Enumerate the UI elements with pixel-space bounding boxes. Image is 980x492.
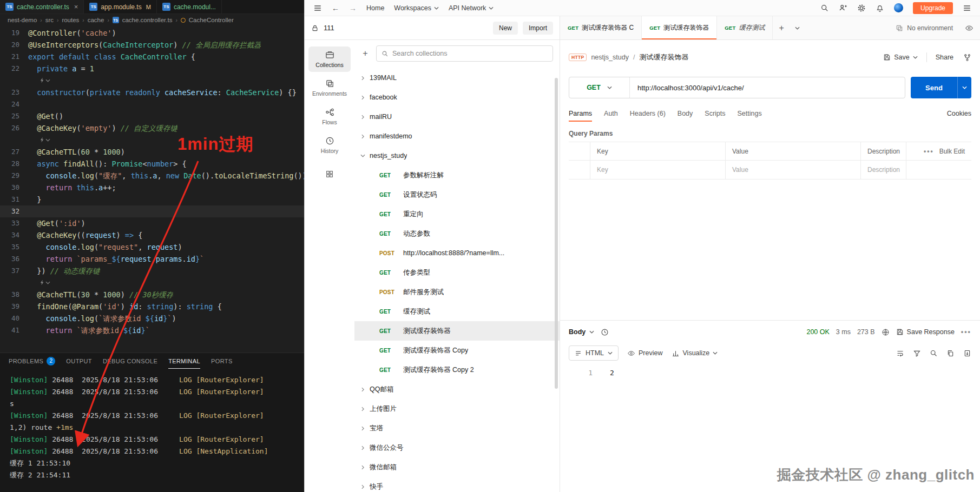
code-line[interactable]: 31 } [0, 194, 304, 205]
filter-icon[interactable] [913, 349, 921, 357]
preview-button[interactable]: Preview [627, 349, 662, 357]
search-collections-input[interactable] [392, 50, 548, 57]
value-input-cell[interactable]: Value [726, 161, 861, 179]
req-section-tab[interactable]: Settings [738, 103, 762, 124]
bulk-edit-link[interactable]: Bulk Edit [939, 148, 965, 155]
code-line[interactable] [0, 134, 304, 146]
code-editor[interactable]: 19@Controller('cache')20@UseInterceptors… [0, 26, 304, 353]
response-history-icon[interactable] [601, 328, 609, 336]
breadcrumb-item[interactable]: routes [62, 17, 79, 23]
collection-folder[interactable]: 宝塔 [354, 418, 560, 438]
rail-item-flows[interactable]: Flows [308, 104, 351, 129]
request-item[interactable]: GET动态参数 [354, 224, 560, 243]
save-options-chevron[interactable] [913, 56, 918, 59]
code-line[interactable]: 34 @CacheKey((request) => { [0, 229, 304, 241]
code-line[interactable]: 36 return `params_${request.params.id}` [0, 253, 304, 265]
visualize-button[interactable]: Visualize [672, 349, 718, 357]
code-line[interactable]: 26 @CacheKey('empty') // 自定义缓存键 [0, 122, 304, 134]
code-line[interactable]: 40 console.log(`请求参数id ${id}`) [0, 313, 304, 324]
sparkle-fold-icon[interactable] [40, 280, 50, 285]
breadcrumb-item[interactable]: cache [88, 17, 104, 23]
request-collection-crumb[interactable]: nestjs_study [591, 54, 628, 61]
rail-item-collections[interactable]: Collections [308, 46, 351, 72]
collection-folder[interactable]: 快手 [354, 477, 560, 492]
nav-home[interactable]: Home [366, 4, 384, 12]
cookies-link[interactable]: Cookies [947, 110, 971, 117]
code-line[interactable]: 29 console.log("缓存", this.a, new Date().… [0, 170, 304, 182]
request-item[interactable]: GET测试缓存装饰器 Copy [354, 341, 560, 360]
search-box[interactable] [376, 45, 553, 62]
notifications-bell-icon[interactable] [876, 4, 884, 12]
terminal-output[interactable]: [Winston] 26488 2025/8/18 21:53:06 LOG [… [0, 369, 304, 492]
panel-tab-terminal[interactable]: TERMINAL [168, 353, 200, 369]
tab-list-chevron[interactable] [790, 16, 805, 39]
collection-folder[interactable]: 139MAIL [354, 68, 560, 88]
req-section-tab[interactable]: Body [678, 103, 693, 124]
code-line[interactable]: 20@UseInterceptors(CacheInterceptor) // … [0, 39, 304, 51]
window-menu-icon[interactable] [963, 4, 971, 12]
code-line[interactable]: 39 findOne(@Param('id') id: string): str… [0, 301, 304, 313]
breadcrumb-item[interactable]: cache.controller.ts [122, 17, 173, 23]
request-item[interactable]: GET设置状态码 [354, 185, 560, 204]
row-select-cell[interactable] [569, 161, 590, 179]
code-line[interactable]: 35 console.log("request", request) [0, 241, 304, 253]
invite-user-icon[interactable] [839, 4, 847, 12]
editor-tab[interactable]: TSapp.module.tsM [84, 0, 157, 14]
collection-folder[interactable]: facebook [354, 88, 560, 107]
description-input-cell[interactable]: Description [861, 161, 906, 179]
code-line[interactable]: 23 constructor(private readonly cacheSer… [0, 87, 304, 98]
panel-tab-output[interactable]: OUTPUT [66, 353, 92, 369]
browser-profile-avatar[interactable] [894, 3, 903, 12]
req-section-tab[interactable]: Auth [604, 103, 618, 124]
new-button[interactable]: New [493, 22, 518, 35]
code-line[interactable] [0, 277, 304, 289]
req-section-tab[interactable]: Scripts [705, 103, 725, 124]
code-line[interactable]: 21export default class CacheController { [0, 51, 304, 63]
import-button[interactable]: Import [523, 22, 553, 35]
request-item[interactable]: GET参数解析注解 [354, 165, 560, 185]
request-tab[interactable]: GET缓存测试 [717, 16, 773, 39]
globe-icon[interactable] [882, 328, 890, 336]
settings-gear-icon[interactable] [857, 4, 866, 12]
environment-selector[interactable]: No environment [890, 16, 958, 39]
nav-api-network[interactable]: API Network [449, 4, 494, 12]
editor-tab[interactable]: TScache.modul... [157, 0, 222, 14]
key-input-cell[interactable]: Key [590, 161, 726, 179]
collection-folder[interactable]: QQ邮箱 [354, 380, 560, 399]
wrap-text-icon[interactable] [896, 349, 904, 357]
code-line[interactable]: 38 @CacheTTL(30 * 1000) // 30秒缓存 [0, 289, 304, 301]
search-icon[interactable] [820, 4, 829, 12]
response-body-dropdown[interactable]: Body [569, 328, 594, 336]
back-icon[interactable]: ← [332, 4, 339, 12]
code-line[interactable]: 41 return `请求参数id ${id}` [0, 324, 304, 336]
breadcrumb[interactable]: nest-demo›src›routes›cache›TScache.contr… [0, 14, 304, 26]
response-time[interactable]: 3 ms [836, 328, 851, 336]
editor-tab[interactable]: TScache.controller.ts× [0, 0, 84, 14]
code-line[interactable]: 22 private a = 1 [0, 63, 304, 75]
req-section-tab[interactable]: Params [569, 103, 592, 124]
request-item[interactable]: GET缓存测试 [354, 302, 560, 321]
app-menu-icon[interactable] [313, 4, 322, 12]
copy-icon[interactable] [946, 349, 955, 357]
code-line[interactable]: 24 [0, 98, 304, 110]
save-button[interactable]: Save [883, 54, 918, 61]
panel-tab-problems[interactable]: PROBLEMS2 [9, 353, 55, 369]
response-more-options-icon[interactable]: ••• [961, 328, 971, 336]
method-dropdown[interactable]: GET [569, 77, 630, 98]
url-field[interactable] [630, 77, 905, 98]
scroll-to-icon[interactable] [963, 349, 971, 357]
send-button[interactable]: Send [911, 77, 971, 98]
code-line[interactable] [0, 75, 304, 87]
nav-workspaces[interactable]: Workspaces [394, 4, 439, 12]
code-line[interactable]: 27 @CacheTTL(60 * 1000) [0, 146, 304, 158]
collection-folder[interactable]: 微信公众号 [354, 438, 560, 457]
panel-tab-debug-console[interactable]: DEBUG CONSOLE [103, 353, 157, 369]
save-response-button[interactable]: Save Response [896, 328, 955, 336]
request-tab[interactable]: GET测试缓存装饰器 [642, 16, 717, 39]
response-size[interactable]: 273 B [857, 328, 875, 336]
request-tab[interactable]: GET测试缓存装饰器 C [560, 16, 642, 39]
request-item[interactable]: POST邮件服务测试 [354, 282, 560, 302]
request-item[interactable]: GET传参类型 [354, 263, 560, 282]
url-input[interactable] [631, 84, 904, 92]
configure-sidebar-grid-icon[interactable] [325, 170, 334, 178]
